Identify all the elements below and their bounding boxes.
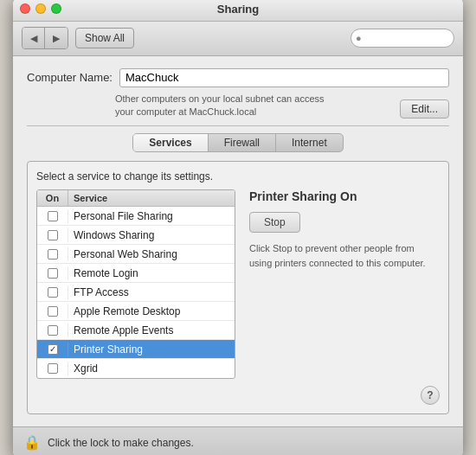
traffic-lights: [20, 3, 61, 14]
computer-name-input[interactable]: [119, 68, 449, 87]
nav-buttons: ◀ ▶: [22, 27, 68, 49]
service-status-title: Printer Sharing On: [249, 189, 436, 203]
checkbox-windows-sharing[interactable]: [37, 228, 68, 242]
checkbox-icon: [48, 306, 58, 317]
forward-button[interactable]: ▶: [45, 28, 68, 48]
checkbox-printer-sharing[interactable]: ✓: [37, 343, 68, 356]
service-description: Click Stop to prevent other people from …: [249, 241, 436, 270]
checkbox-ftp-access[interactable]: [37, 285, 68, 299]
tabs-container: Services Firewall Internet: [27, 133, 449, 152]
select-instruction: Select a service to change its settings.: [36, 170, 440, 183]
stop-button[interactable]: Stop: [249, 212, 300, 233]
service-name: Personal Web Sharing: [68, 246, 235, 263]
checkbox-icon: [48, 230, 58, 240]
tabs: Services Firewall Internet: [132, 133, 343, 152]
checkbox-icon: [48, 325, 58, 336]
checkbox-icon: [48, 211, 58, 221]
service-name: Apple Remote Desktop: [68, 303, 235, 320]
service-name: Xgrid: [68, 360, 235, 377]
minimize-button[interactable]: [35, 3, 46, 14]
tab-services[interactable]: Services: [133, 134, 208, 151]
checkbox-xgrid[interactable]: [37, 362, 68, 375]
divider: [27, 125, 449, 126]
maximize-button[interactable]: [51, 3, 61, 14]
help-row: ?: [36, 386, 440, 405]
checkbox-icon: [48, 287, 58, 298]
checkmark-icon: ✓: [49, 344, 56, 354]
service-item-printer-sharing[interactable]: ✓ Printer Sharing: [37, 340, 235, 359]
subnet-line2: your computer at MacChuck.local: [115, 106, 256, 117]
service-item-personal-web-sharing[interactable]: Personal Web Sharing: [37, 245, 235, 264]
lock-text: Click the lock to make changes.: [48, 437, 194, 449]
col-on-header: On: [37, 190, 68, 206]
services-list-header: On Service: [37, 190, 235, 207]
checkbox-icon: [48, 249, 58, 260]
right-panel: Printer Sharing On Stop Click Stop to pr…: [246, 189, 440, 379]
toolbar: ◀ ▶ Show All ●: [13, 22, 463, 56]
service-name: Personal File Sharing: [68, 208, 235, 225]
service-item-remote-login[interactable]: Remote Login: [37, 264, 235, 283]
checkbox-personal-web-sharing[interactable]: [37, 247, 68, 261]
edit-button[interactable]: Edit...: [400, 99, 449, 119]
sharing-window: Sharing ◀ ▶ Show All ● Computer Name: Ot…: [13, 0, 463, 455]
checkbox-icon: [48, 268, 58, 279]
checkbox-icon: ✓: [48, 344, 58, 355]
service-name: Remote Apple Events: [68, 322, 235, 339]
back-button[interactable]: ◀: [23, 28, 45, 48]
subnet-text: Other computers on your local subnet can…: [115, 93, 325, 119]
search-box: ●: [351, 29, 454, 48]
search-icon: ●: [356, 33, 362, 43]
titlebar: Sharing: [13, 0, 463, 22]
help-button[interactable]: ?: [421, 386, 440, 405]
computer-name-row: Computer Name:: [27, 68, 449, 87]
checkbox-remote-apple-events[interactable]: [37, 324, 68, 337]
lock-icon[interactable]: 🔒: [23, 434, 41, 451]
show-all-button[interactable]: Show All: [75, 28, 134, 48]
service-name: Remote Login: [68, 265, 235, 282]
service-item-ftp-access[interactable]: FTP Access: [37, 283, 235, 302]
service-name: Printer Sharing: [68, 341, 235, 358]
checkbox-apple-remote-desktop[interactable]: [37, 304, 68, 318]
checkbox-remote-login[interactable]: [37, 266, 68, 280]
panel-body: On Service Personal File Sharing Wind: [36, 189, 440, 379]
service-item-windows-sharing[interactable]: Windows Sharing: [37, 226, 235, 245]
col-service-header: Service: [68, 190, 235, 206]
tab-firewall[interactable]: Firewall: [209, 134, 276, 151]
subnet-info: Other computers on your local subnet can…: [115, 93, 449, 119]
main-panel: Select a service to change its settings.…: [27, 161, 449, 414]
tab-internet[interactable]: Internet: [276, 134, 343, 151]
content-area: Computer Name: Other computers on your l…: [13, 56, 463, 427]
close-button[interactable]: [20, 3, 30, 14]
service-item-remote-apple-events[interactable]: Remote Apple Events: [37, 321, 235, 340]
service-item-personal-file-sharing[interactable]: Personal File Sharing: [37, 207, 235, 226]
checkbox-personal-file-sharing[interactable]: [37, 209, 68, 223]
computer-name-label: Computer Name:: [27, 71, 113, 84]
service-name: FTP Access: [68, 284, 235, 301]
service-item-xgrid[interactable]: Xgrid: [37, 359, 235, 378]
subnet-line1: Other computers on your local subnet can…: [115, 93, 325, 104]
services-list-container: On Service Personal File Sharing Wind: [36, 189, 235, 379]
service-item-apple-remote-desktop[interactable]: Apple Remote Desktop: [37, 302, 235, 321]
lock-bar: 🔒 Click the lock to make changes.: [13, 426, 463, 455]
service-name: Windows Sharing: [68, 227, 235, 244]
window-title: Sharing: [217, 3, 259, 16]
search-input[interactable]: [351, 29, 454, 48]
checkbox-icon: [48, 363, 58, 374]
